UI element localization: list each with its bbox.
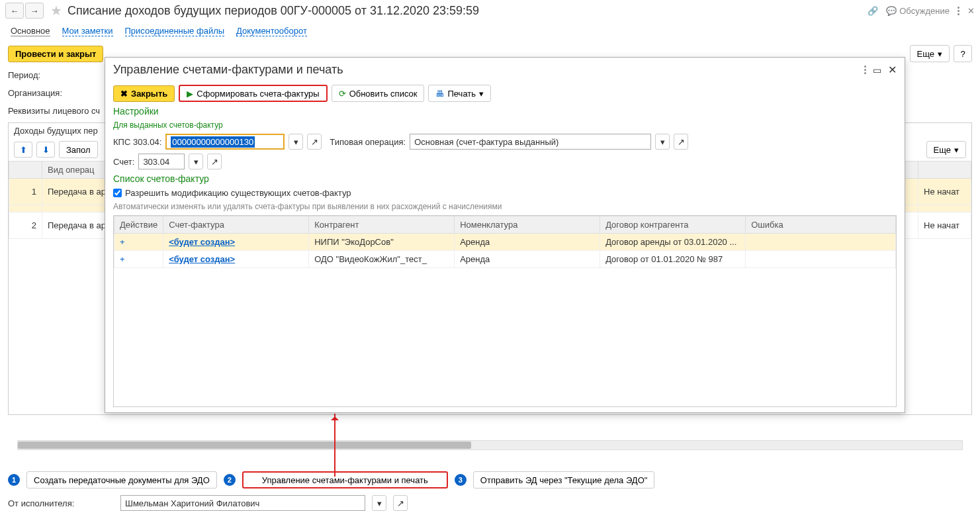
auto-hint: Автоматически изменять или удалять счета… [113, 202, 897, 211]
typop-open[interactable]: ↗ [674, 134, 688, 150]
executor-field[interactable]: Шмельман Харитоний Филатович [120, 495, 365, 511]
close-button[interactable]: ✖ Закрыть [113, 85, 175, 102]
settings-subheading: Для выданных счетов-фактур [113, 120, 897, 130]
executor-open[interactable]: ↗ [393, 495, 408, 511]
link-icon[interactable]: 🔗 [868, 6, 878, 16]
list-heading: Список счетов-фактур [113, 173, 897, 184]
acct-dropdown[interactable]: ▾ [189, 154, 203, 169]
tab-notes[interactable]: Мои заметки [62, 26, 113, 36]
star-icon[interactable]: ★ [50, 3, 62, 19]
col-nomen: Номенклатура [455, 216, 600, 234]
step-3-badge: 3 [455, 474, 467, 486]
executor-label: От исполнителя: [8, 498, 114, 508]
acct-label: Счет: [113, 157, 134, 167]
typop-dropdown[interactable]: ▾ [655, 134, 670, 150]
plus-icon[interactable]: + [114, 234, 163, 251]
settings-heading: Настройки [113, 106, 897, 116]
period-label: Период: [8, 70, 94, 80]
kebab-menu-icon[interactable] [958, 7, 959, 15]
step-1-badge: 1 [8, 474, 20, 486]
arrow-annotation [334, 414, 335, 477]
step-2-badge: 2 [224, 474, 236, 486]
invoice-modal: Управление счетами-фактурами и печать ▭ … [105, 57, 905, 413]
executor-dropdown[interactable]: ▾ [372, 495, 386, 511]
table-row[interactable]: + <будет создан> НИПИ "ЭкоДорСов" Аренда… [114, 234, 896, 251]
kps-open[interactable]: ↗ [307, 134, 322, 150]
print-button[interactable]: 🖶 Печать ▾ [428, 85, 491, 102]
invoice-table: Действие Счет-фактура Контрагент Номенкл… [114, 216, 896, 268]
hscroll[interactable] [17, 440, 963, 450]
col-dog: Договор контрагента [600, 216, 746, 234]
page-title: Списание доходов будущих периодов 00ГУ-0… [67, 4, 868, 18]
modal-maximize-icon[interactable]: ▭ [873, 65, 881, 75]
modal-title: Управление счетами-фактурами и печать [113, 63, 858, 77]
col-action: Действие [114, 216, 163, 234]
allow-mod-input[interactable] [113, 189, 122, 197]
sf-link[interactable]: <будет создан> [169, 254, 235, 264]
create-edo-docs-button[interactable]: Создать передаточные документы для ЭДО [26, 471, 217, 488]
tab-files[interactable]: Присоединенные файлы [125, 26, 225, 36]
close-icon[interactable]: ✕ [967, 6, 975, 16]
more-button-top[interactable]: Еще ▾ [910, 45, 950, 62]
col-empty [918, 162, 971, 179]
sf-link[interactable]: <будет создан> [169, 237, 235, 247]
tab-docflow[interactable]: Документооборот [236, 26, 307, 36]
kps-label: КПС 303.04: [113, 137, 161, 147]
kps-dropdown[interactable]: ▾ [289, 134, 303, 150]
send-edo-button[interactable]: Отправить ЭД через "Текущие дела ЭДО" [473, 471, 655, 488]
typop-label: Типовая операция: [330, 137, 406, 147]
col-num [9, 162, 42, 179]
tab-main[interactable]: Основное [11, 26, 50, 36]
modal-close-icon[interactable]: ✕ [888, 64, 897, 76]
col-err: Ошибка [746, 216, 896, 234]
plus-icon[interactable]: + [114, 251, 163, 268]
post-close-button[interactable]: Провести и закрыт [8, 46, 103, 62]
manage-invoices-button[interactable]: Управление счетами-фактурами и печать [242, 471, 448, 488]
back-button[interactable]: ← [5, 3, 24, 19]
typop-field[interactable]: Основная (счет-фактура выданный) [410, 134, 651, 150]
refresh-button[interactable]: ⟳ Обновить список [332, 85, 425, 102]
help-button[interactable]: ? [954, 45, 972, 62]
more-button-panel[interactable]: Еще ▾ [926, 141, 966, 158]
col-sf: Счет-фактура [163, 216, 309, 234]
account-details-label: Реквизиты лицевого сч [8, 106, 100, 116]
discussion-link[interactable]: 💬 Обсуждение [886, 6, 950, 16]
modal-kebab-icon[interactable] [864, 66, 866, 74]
acct-open[interactable]: ↗ [207, 154, 222, 169]
acct-field[interactable]: 303.04 [138, 154, 185, 169]
allow-mod-checkbox[interactable]: Разрешить модификацию существующих счето… [113, 188, 897, 198]
move-down-button[interactable]: ⬇ [36, 142, 55, 158]
kps-field[interactable]: 00000000000000130 [165, 134, 285, 150]
col-contr: Контрагент [309, 216, 455, 234]
org-label: Организация: [8, 88, 94, 98]
forward-button[interactable]: → [25, 3, 44, 19]
fill-button[interactable]: Запол [59, 141, 98, 158]
table-row[interactable]: + <будет создан> ОДО "ВидеоКожЖил"_тест_… [114, 251, 896, 268]
form-invoices-button[interactable]: ▶ Сформировать счета-фактуры [179, 85, 327, 102]
move-up-button[interactable]: ⬆ [14, 142, 32, 158]
